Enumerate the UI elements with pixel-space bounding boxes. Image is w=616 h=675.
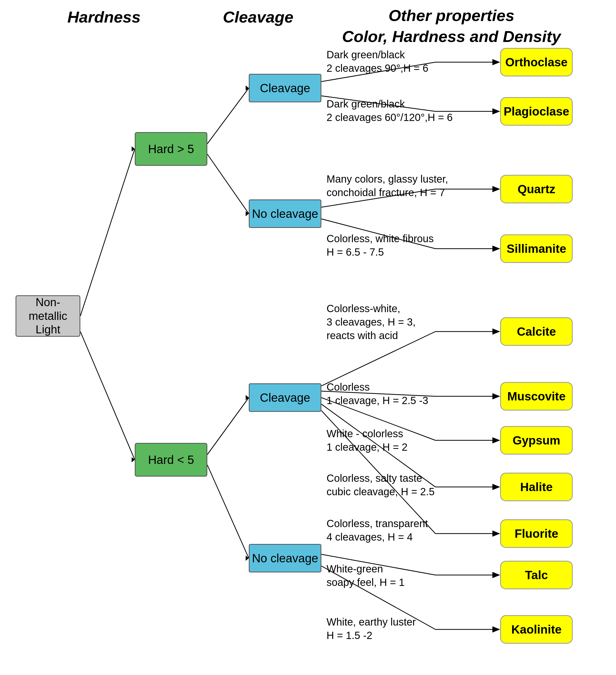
kaolinite-mineral: Kaolinite bbox=[500, 615, 573, 644]
muscovite-mineral: Muscovite bbox=[500, 382, 573, 410]
desc-fluorite: Colorless, transparent4 cleavages, H = 4 bbox=[327, 517, 428, 544]
svg-line-2 bbox=[207, 88, 249, 144]
svg-marker-40 bbox=[132, 457, 135, 462]
svg-marker-20 bbox=[492, 328, 500, 334]
svg-line-0 bbox=[80, 149, 135, 316]
orthoclase-mineral: Orthoclase bbox=[500, 48, 573, 76]
fluorite-mineral: Fluorite bbox=[500, 519, 573, 548]
desc-halite: Colorless, salty tastecubic cleavage, H … bbox=[327, 471, 434, 498]
hard-greater-5-node: Hard > 5 bbox=[135, 132, 207, 166]
svg-marker-32 bbox=[492, 530, 500, 537]
halite-mineral: Halite bbox=[500, 473, 573, 501]
no-cleavage-top-node: No cleavage bbox=[249, 200, 321, 228]
desc-sillimanite: Colorless, white fibrousH = 6.5 - 7.5 bbox=[327, 232, 434, 259]
svg-marker-44 bbox=[246, 555, 249, 561]
desc-gypsum: White - colorless1 cleavage, H = 2 bbox=[327, 427, 407, 454]
svg-line-1 bbox=[80, 331, 135, 460]
svg-marker-35 bbox=[492, 572, 500, 578]
desc-kaolinite: White, earthy lusterH = 1.5 -2 bbox=[327, 615, 416, 642]
header-cleavage: Cleavage bbox=[223, 8, 293, 26]
calcite-mineral: Calcite bbox=[500, 317, 573, 346]
svg-marker-39 bbox=[132, 146, 135, 152]
gypsum-mineral: Gypsum bbox=[500, 426, 573, 455]
plagioclase-mineral: Plagioclase bbox=[500, 97, 573, 126]
svg-marker-43 bbox=[246, 395, 249, 400]
svg-marker-14 bbox=[492, 186, 500, 192]
svg-marker-29 bbox=[492, 484, 500, 490]
svg-marker-38 bbox=[492, 626, 500, 632]
svg-line-4 bbox=[207, 397, 249, 455]
svg-marker-26 bbox=[492, 437, 500, 443]
svg-marker-41 bbox=[246, 85, 249, 91]
cleavage-top-node: Cleavage bbox=[249, 74, 321, 102]
svg-marker-8 bbox=[492, 59, 500, 65]
header-other: Other propertiesColor, Hardness and Dens… bbox=[342, 5, 561, 47]
svg-marker-17 bbox=[492, 245, 500, 252]
svg-marker-11 bbox=[492, 108, 500, 115]
svg-line-3 bbox=[207, 154, 249, 214]
root-node: Non-metallic Light bbox=[15, 295, 80, 337]
desc-calcite: Colorless-white,3 cleavages, H = 3,react… bbox=[327, 302, 416, 342]
cleavage-bot-node: Cleavage bbox=[249, 383, 321, 412]
desc-quartz: Many colors, glassy luster,conchoidal fr… bbox=[327, 172, 448, 199]
svg-line-5 bbox=[207, 465, 249, 558]
desc-muscovite: Colorless1 cleavage, H = 2.5 -3 bbox=[327, 380, 428, 407]
sillimanite-mineral: Sillimanite bbox=[500, 234, 573, 263]
svg-marker-23 bbox=[492, 393, 500, 399]
no-cleavage-bot-node: No cleavage bbox=[249, 544, 321, 573]
desc-orthoclase: Dark green/black2 cleavages 90°,H = 6 bbox=[327, 48, 428, 75]
hard-less-5-node: Hard < 5 bbox=[135, 443, 207, 476]
desc-plagioclase: Dark green/black2 cleavages 60°/120°,H =… bbox=[327, 97, 453, 124]
svg-marker-42 bbox=[246, 211, 249, 216]
diagram-container: Hardness Cleavage Other propertiesColor,… bbox=[0, 0, 616, 675]
header-hardness: Hardness bbox=[67, 8, 141, 26]
quartz-mineral: Quartz bbox=[500, 175, 573, 203]
talc-mineral: Talc bbox=[500, 561, 573, 589]
desc-talc: White-greensoapy feel, H = 1 bbox=[327, 562, 405, 589]
